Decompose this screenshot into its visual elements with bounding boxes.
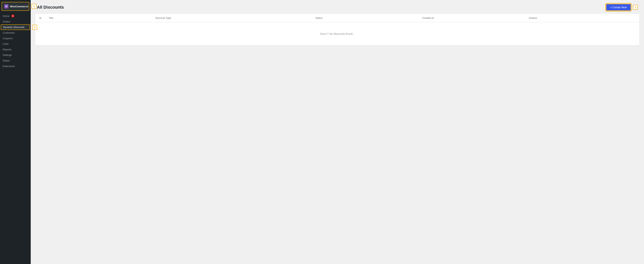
annotation-2: 2 [32, 25, 37, 30]
col-title: Title [49, 17, 156, 20]
nav-item-label: Orders [3, 20, 10, 23]
col-discount-type: Discount Type [156, 17, 316, 20]
annotation-1: 1 [32, 4, 36, 9]
nav-item-label: Extensions [3, 65, 15, 68]
col-sl: Sl [39, 17, 49, 20]
nav-menu: Home 4 Orders Dynamic Discounts 2 Custom… [0, 13, 31, 69]
table-body: Sorry !! No discounts found... [35, 22, 640, 45]
sidebar-item-dynamic-discounts[interactable]: Dynamic Discounts [1, 25, 30, 30]
empty-state-message: Sorry !! No discounts found... [320, 32, 355, 35]
discounts-table: Sl Title Discount Type Status Created At… [35, 14, 640, 45]
table-header-row: Sl Title Discount Type Status Created At… [35, 14, 640, 22]
nav-item-label: Status [3, 59, 10, 62]
col-status: Status [316, 17, 422, 20]
sidebar-item-settings[interactable]: Settings [0, 52, 31, 58]
sidebar-item-home[interactable]: Home 4 [0, 13, 31, 19]
sidebar-item-reports[interactable]: Reports [0, 47, 31, 52]
sidebar-item-status[interactable]: Status [0, 58, 31, 63]
sidebar-item-extensions[interactable]: Extensions [0, 63, 31, 69]
sidebar-item-carts[interactable]: Carts [0, 41, 31, 47]
sidebar-item-orders[interactable]: Orders [0, 19, 31, 25]
nav-item-label: Reports [3, 48, 12, 51]
sidebar-item-customers[interactable]: Customers [0, 30, 31, 36]
nav-item-label: Coupons [3, 37, 13, 40]
create-new-button[interactable]: + Create New [606, 4, 631, 11]
nav-item-label: Home [3, 15, 10, 18]
sidebar: W WooCommerce 1 Home 4 Orders Dynamic Di… [0, 0, 31, 264]
header-actions: + Create New 3 [606, 4, 638, 11]
nav-item-label: Settings [3, 54, 12, 57]
annotation-3: 3 [633, 5, 638, 10]
woocommerce-brand[interactable]: W WooCommerce [2, 2, 29, 11]
nav-item-label: Dynamic Discounts [3, 26, 24, 29]
home-badge: 4 [11, 15, 14, 18]
brand-label: WooCommerce [10, 5, 28, 8]
page-title: All Discounts [37, 5, 64, 10]
nav-item-label: Carts [3, 43, 9, 45]
page-header: All Discounts + Create New 3 [31, 0, 644, 14]
woo-logo-icon: W [4, 4, 8, 9]
sidebar-item-coupons[interactable]: Coupons [0, 36, 31, 41]
col-actions: Actions [529, 17, 636, 20]
nav-item-label: Customers [3, 31, 15, 34]
col-created-at: Created At [422, 17, 529, 20]
main-content: All Discounts + Create New 3 Sl Title Di… [31, 0, 644, 264]
